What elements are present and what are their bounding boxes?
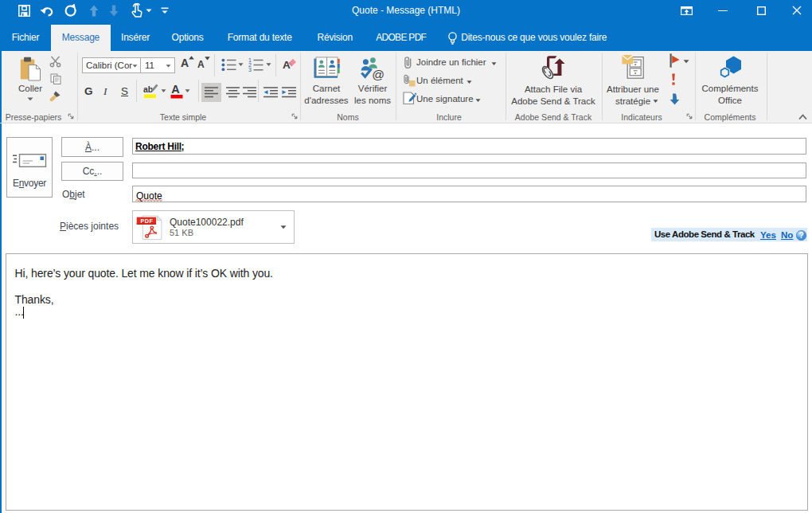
svg-text:3: 3 bbox=[248, 67, 252, 72]
svg-text:A: A bbox=[171, 83, 180, 96]
svg-text:@: @ bbox=[372, 68, 385, 81]
svg-text:PDF: PDF bbox=[140, 217, 153, 225]
svg-text:?: ? bbox=[799, 231, 804, 240]
svg-text:ab: ab bbox=[143, 84, 153, 94]
svg-text:A: A bbox=[283, 59, 291, 71]
